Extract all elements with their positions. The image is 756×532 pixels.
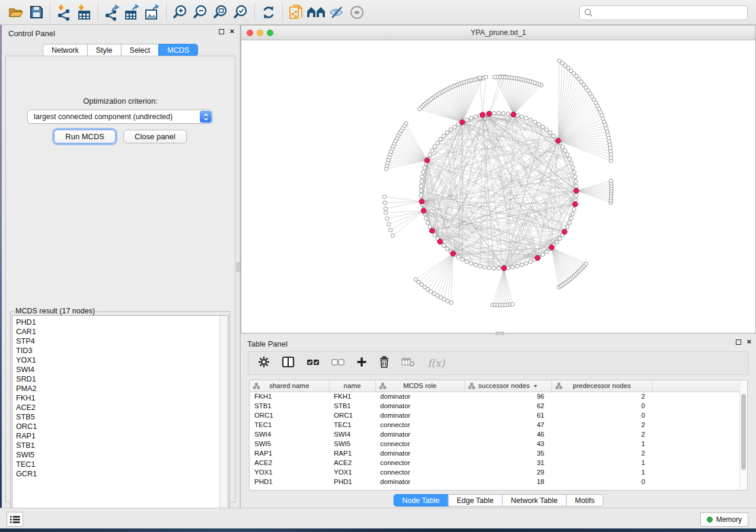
table-settings-gear-icon[interactable] [258, 356, 270, 370]
table-row[interactable]: TEC1TEC1connector472 [250, 420, 741, 430]
table-row[interactable]: PHD1PHD1dominator180 [250, 477, 741, 486]
delete-trash-icon[interactable] [379, 356, 390, 370]
table-cell[interactable]: dominator [375, 392, 464, 401]
tab-mcds[interactable]: MCDS [158, 44, 198, 56]
tab-select[interactable]: Select [121, 44, 160, 56]
network-overview-icon[interactable] [307, 3, 327, 22]
save-icon[interactable] [26, 3, 46, 22]
table-cell[interactable]: ACE2 [250, 458, 329, 467]
mcds-result-item[interactable]: YOX1 [16, 355, 228, 365]
table-cell[interactable]: 96 [464, 392, 551, 401]
table-cell[interactable]: dominator [375, 401, 464, 411]
table-cell[interactable]: PHD1 [329, 477, 375, 486]
table-cell[interactable]: connector [375, 420, 464, 430]
table-row[interactable]: RAP1RAP1dominator352 [250, 448, 741, 458]
memory-button[interactable]: Memory [700, 512, 748, 527]
mcds-result-item[interactable]: SWI5 [16, 450, 228, 460]
close-panel-button[interactable]: Close panel [123, 130, 187, 143]
zoom-out-icon[interactable] [190, 3, 210, 22]
export-network-icon[interactable] [102, 3, 122, 22]
column-header-successor-nodes[interactable]: successor nodes [464, 380, 551, 392]
network-window-titlebar[interactable]: YPA_prune.txt_1 [241, 25, 755, 40]
mcds-result-item[interactable]: TEC1 [16, 460, 228, 469]
mcds-result-item[interactable]: GCR1 [16, 469, 228, 479]
table-cell[interactable]: YOX1 [329, 467, 375, 477]
float-panel-icon[interactable] [736, 339, 741, 345]
mcds-result-item[interactable]: CAR1 [16, 327, 228, 336]
table-row[interactable]: ORC1ORC1dominator610 [250, 411, 741, 420]
table-cell[interactable]: TEC1 [250, 420, 329, 430]
table-cell[interactable]: 2 [551, 430, 652, 439]
table-cell[interactable]: connector [375, 439, 464, 448]
mcds-result-item[interactable]: STP4 [16, 336, 228, 346]
mcds-result-item[interactable]: PMA2 [16, 384, 228, 393]
mcds-result-item[interactable]: FKH1 [16, 393, 228, 403]
table-row[interactable]: STB1STB1dominator620 [250, 401, 741, 411]
table-cell[interactable]: STB1 [329, 401, 375, 411]
mcds-result-item[interactable]: ACE2 [16, 403, 228, 412]
table-row[interactable]: SWI4SWI4dominator462 [250, 430, 741, 439]
zoom-selected-icon[interactable] [231, 3, 251, 22]
refresh-icon[interactable] [259, 3, 279, 22]
task-history-button[interactable] [7, 512, 23, 527]
mcds-result-item[interactable]: STB1 [16, 441, 228, 450]
table-cell[interactable]: STB1 [250, 401, 329, 411]
mcds-result-listbox[interactable]: PHD1CAR1STP4TID3YOX1SWI4SRD1PMA2FKH1ACE2… [12, 315, 228, 525]
tab-node-table[interactable]: Node Table [393, 494, 448, 507]
column-header-mcds-role[interactable]: MCDS role [375, 380, 464, 392]
zoom-fit-icon[interactable] [210, 3, 231, 22]
table-cell[interactable]: 2 [551, 420, 652, 430]
table-cell[interactable]: SWI5 [329, 439, 375, 448]
table-cell[interactable]: 0 [551, 411, 652, 420]
tab-network-table[interactable]: Network Table [502, 494, 567, 507]
table-cell[interactable]: 47 [464, 420, 551, 430]
vertical-splitter-grip[interactable] [237, 262, 241, 272]
close-panel-icon[interactable]: × [747, 339, 751, 345]
import-network-icon[interactable] [54, 3, 74, 22]
table-cell[interactable]: ACE2 [329, 458, 375, 467]
table-cell[interactable]: RAP1 [329, 448, 375, 458]
table-cell[interactable]: SWI4 [250, 430, 329, 439]
run-mcds-button[interactable]: Run MCDS [54, 130, 116, 143]
table-row[interactable]: SWI5SWI5connector431 [250, 439, 741, 448]
table-scrollbar[interactable] [739, 381, 747, 489]
table-cell[interactable]: 18 [464, 477, 551, 486]
table-cell[interactable]: 2 [551, 392, 652, 401]
open-folder-icon[interactable] [6, 3, 26, 22]
table-cell[interactable]: RAP1 [250, 448, 329, 458]
table-cell[interactable]: ORC1 [250, 411, 329, 420]
mcds-result-item[interactable]: SWI4 [16, 365, 228, 374]
tab-edge-table[interactable]: Edge Table [448, 494, 502, 507]
export-table-icon[interactable] [122, 3, 142, 22]
tab-motifs[interactable]: Motifs [566, 494, 603, 507]
table-cell[interactable]: 0 [551, 477, 652, 486]
table-cell[interactable]: PHD1 [250, 477, 329, 486]
deselect-all-icon[interactable] [331, 357, 344, 370]
show-graphics-details-icon[interactable] [347, 3, 367, 22]
network-graph[interactable] [241, 40, 755, 333]
close-panel-icon[interactable]: × [229, 28, 234, 34]
table-cell[interactable]: ORC1 [329, 411, 375, 420]
clone-network-icon[interactable] [286, 3, 307, 22]
table-cell[interactable]: 31 [464, 458, 551, 467]
criterion-dropdown[interactable]: largest connected component (undirected) [27, 110, 213, 124]
table-row[interactable]: ACE2ACE2connector311 [250, 458, 741, 467]
search-input[interactable] [593, 9, 743, 17]
column-header-predecessor-nodes[interactable]: predecessor nodes [551, 380, 652, 392]
tab-network[interactable]: Network [43, 44, 88, 56]
mcds-result-item[interactable]: TID3 [16, 346, 228, 355]
table-cell[interactable]: 1 [551, 439, 652, 448]
mcds-result-item[interactable]: ORC1 [16, 422, 228, 431]
table-cell[interactable]: YOX1 [250, 467, 329, 477]
table-row[interactable]: YOX1YOX1connector291 [250, 467, 741, 477]
select-all-icon[interactable] [307, 357, 320, 370]
table-cell[interactable]: connector [375, 467, 464, 477]
export-image-icon[interactable] [142, 3, 162, 22]
table-cell[interactable]: SWI5 [250, 439, 329, 448]
show-columns-icon[interactable] [282, 356, 295, 370]
table-scrollbar-thumb[interactable] [741, 394, 746, 470]
table-cell[interactable]: 62 [464, 401, 551, 411]
column-header-shared-name[interactable]: shared name [250, 380, 329, 392]
mcds-result-item[interactable]: PHD1 [16, 318, 228, 327]
table-cell[interactable]: FKH1 [329, 392, 375, 401]
